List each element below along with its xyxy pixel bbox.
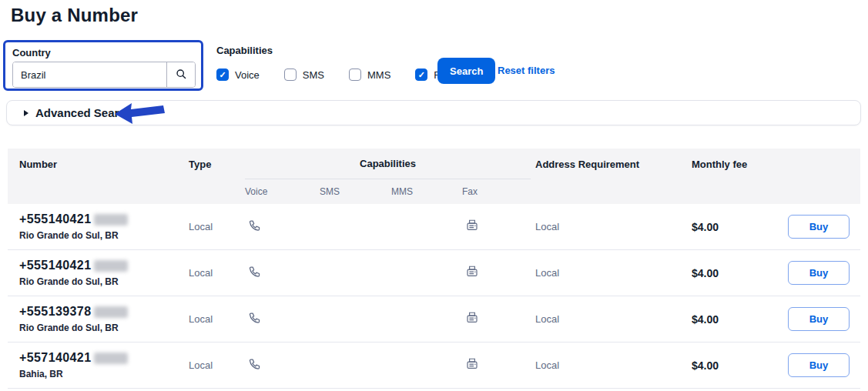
page-title: Buy a Number	[11, 5, 138, 26]
capabilities-filter: Capabilities Voice SMS MMS Fax	[216, 45, 475, 81]
type-cell: Local	[189, 221, 245, 232]
redacted-digits	[94, 260, 128, 272]
region-text: Rio Grande do Sul, BR	[19, 276, 189, 287]
phone-number-text: +555140421	[19, 259, 91, 272]
capabilities-options: Voice SMS MMS Fax	[216, 69, 475, 81]
table-row: +555139378 Rio Grande do Sul, BR Local L…	[8, 296, 860, 343]
chevron-right-icon	[24, 110, 28, 116]
column-header-type: Type	[189, 159, 245, 170]
search-button[interactable]: Search	[437, 58, 495, 84]
table-row: +555140421 Rio Grande do Sul, BR Local L…	[8, 204, 860, 250]
voice-capability-icon	[245, 311, 320, 328]
capability-label: MMS	[367, 69, 390, 81]
subcolumn-sms: SMS	[320, 186, 391, 197]
voice-capability-icon	[245, 357, 320, 374]
table-body: +555140421 Rio Grande do Sul, BR Local L…	[8, 204, 860, 389]
number-cell: +555139378 Rio Grande do Sul, BR	[8, 305, 189, 333]
country-input-group	[12, 62, 196, 88]
subcolumn-voice: Voice	[245, 186, 320, 197]
annotation-highlight-box: Country	[3, 40, 203, 91]
buy-button[interactable]: Buy	[788, 353, 850, 377]
fax-capability-icon	[462, 357, 535, 374]
table-row: +557140421 Bahia, BR Local Local $4.00	[8, 343, 860, 389]
number-cell: +555140421 Rio Grande do Sul, BR	[8, 212, 189, 241]
fax-capability-icon	[462, 219, 535, 236]
redacted-digits	[94, 214, 128, 226]
redacted-digits	[94, 306, 128, 318]
monthly-fee-cell: $4.00	[692, 221, 788, 233]
region-text: Bahia, BR	[19, 369, 189, 379]
type-cell: Local	[189, 267, 245, 279]
type-cell: Local	[189, 313, 245, 325]
capability-label: SMS	[303, 69, 324, 81]
monthly-fee-cell: $4.00	[692, 267, 788, 279]
fax-capability-icon	[462, 311, 535, 328]
monthly-fee-cell: $4.00	[692, 359, 788, 372]
column-header-fee: Monthly fee	[692, 159, 788, 170]
address-requirement-cell: Local	[535, 359, 692, 371]
number-cell: +557140421 Bahia, BR	[8, 351, 189, 379]
address-requirement-cell: Local	[535, 221, 692, 232]
buy-button[interactable]: Buy	[788, 261, 850, 285]
column-header-number: Number	[8, 159, 189, 170]
buy-button[interactable]: Buy	[788, 215, 850, 239]
phone-number-text: +555139378	[19, 305, 91, 319]
region-text: Rio Grande do Sul, BR	[19, 322, 189, 333]
voice-capability-icon	[245, 219, 320, 236]
phone-number-text: +557140421	[19, 351, 91, 365]
address-requirement-cell: Local	[535, 267, 692, 279]
annotation-arrow-icon	[114, 102, 169, 128]
capability-checkbox[interactable]: MMS	[349, 69, 390, 81]
subcolumn-fax: Fax	[462, 186, 535, 197]
voice-capability-icon	[245, 265, 320, 282]
type-cell: Local	[189, 359, 245, 371]
capability-checkbox[interactable]: SMS	[284, 69, 324, 81]
fax-capability-icon	[462, 265, 535, 282]
country-input[interactable]	[13, 62, 166, 87]
subcolumn-mms: MMS	[391, 186, 462, 197]
table-row: +555140421 Rio Grande do Sul, BR Local L…	[8, 250, 860, 296]
checkbox-icon[interactable]	[284, 69, 297, 81]
redacted-digits	[94, 353, 128, 364]
capability-label: Voice	[235, 69, 260, 81]
results-table: Number Type Capabilities Address Require…	[8, 149, 860, 389]
checkbox-icon[interactable]	[349, 69, 361, 81]
country-label: Country	[12, 47, 195, 58]
buy-button[interactable]: Buy	[788, 307, 850, 331]
number-cell: +555140421 Rio Grande do Sul, BR	[8, 259, 189, 287]
phone-number-text: +555140421	[19, 212, 91, 226]
checkbox-icon[interactable]	[415, 69, 427, 81]
capabilities-label: Capabilities	[216, 45, 475, 56]
column-header-address: Address Requirement	[535, 159, 692, 170]
column-header-capabilities: Capabilities	[245, 149, 531, 179]
monthly-fee-cell: $4.00	[692, 313, 788, 326]
capability-checkbox[interactable]: Voice	[216, 69, 260, 81]
table-header: Number Type Capabilities Address Require…	[8, 149, 860, 204]
reset-filters-link[interactable]: Reset filters	[498, 65, 555, 76]
checkbox-icon[interactable]	[216, 69, 229, 81]
country-search-button[interactable]	[166, 62, 195, 87]
search-icon	[175, 68, 187, 82]
address-requirement-cell: Local	[535, 313, 692, 325]
region-text: Rio Grande do Sul, BR	[19, 230, 189, 241]
